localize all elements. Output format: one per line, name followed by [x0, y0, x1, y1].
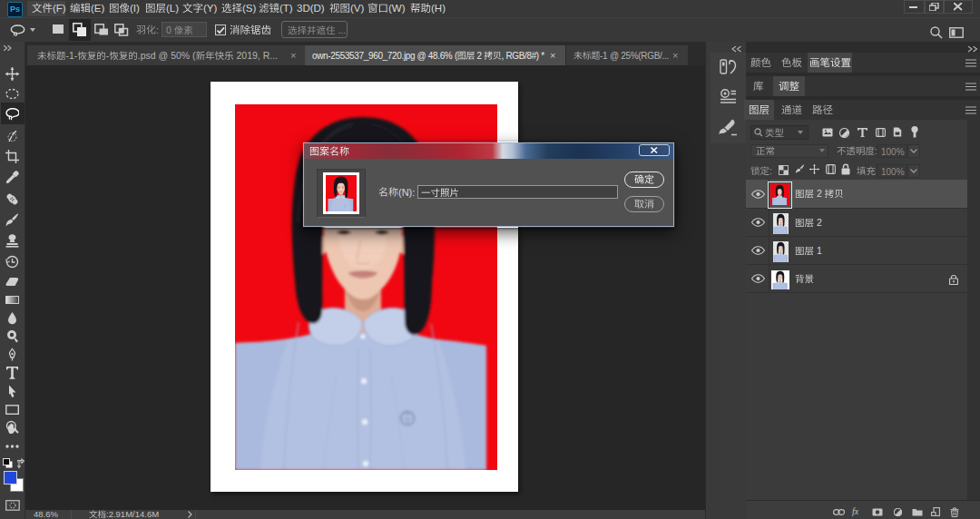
svg-text:(E): (E) — [91, 3, 105, 14]
svg-text:@: @ — [159, 50, 169, 61]
svg-text:(H): (H) — [431, 3, 446, 14]
svg-text:(: ( — [455, 51, 458, 61]
svg-text:0: 0 — [166, 24, 172, 35]
svg-text:(Y): (Y) — [203, 3, 218, 14]
svg-text:*: * — [541, 51, 544, 61]
svg-text:100%: 100% — [881, 146, 905, 156]
svg-text:×: × — [290, 50, 296, 61]
svg-text:R...: R... — [263, 50, 278, 61]
svg-text:-1: -1 — [600, 51, 608, 61]
svg-text:3D(D): 3D(D) — [297, 3, 325, 14]
svg-text:48.6%: 48.6% — [34, 509, 58, 519]
svg-text:50%: 50% — [171, 50, 190, 61]
svg-text:,: , — [502, 51, 504, 61]
svg-text:(N):: (N): — [398, 187, 415, 198]
svg-text::: : — [156, 24, 159, 35]
svg-text:own-2553537_960_720.jpg: own-2553537_960_720.jpg — [312, 51, 415, 61]
svg-text:(I): (I) — [130, 3, 140, 14]
svg-text:RGB/8#): RGB/8#) — [505, 51, 538, 61]
svg-text:fx: fx — [852, 506, 859, 516]
svg-text:48.6%: 48.6% — [428, 51, 453, 61]
svg-text:@: @ — [610, 51, 619, 61]
svg-text:×: × — [672, 50, 678, 61]
svg-text:1: 1 — [817, 245, 822, 256]
svg-text:(W): (W) — [388, 3, 406, 14]
svg-text::: : — [769, 165, 772, 176]
svg-text:-1-: -1- — [66, 50, 78, 61]
svg-text:(T): (T) — [279, 3, 293, 14]
svg-text:2: 2 — [817, 217, 822, 228]
svg-text:2: 2 — [477, 51, 483, 61]
svg-text:2019,: 2019, — [237, 50, 260, 61]
svg-text:(F): (F) — [53, 3, 66, 14]
svg-text:(V): (V) — [350, 3, 365, 14]
svg-text:-: - — [106, 50, 110, 61]
svg-text:100%: 100% — [881, 166, 905, 176]
svg-text:×: × — [550, 50, 555, 61]
svg-text:2: 2 — [817, 188, 822, 199]
svg-text:(: ( — [192, 50, 196, 61]
svg-text:@: @ — [417, 51, 426, 61]
svg-text:(L): (L) — [166, 3, 179, 14]
svg-text::2.91M/14.6M: :2.91M/14.6M — [106, 509, 159, 519]
svg-text:25%(RGB/...: 25%(RGB/... — [621, 51, 669, 61]
svg-text:(S): (S) — [242, 3, 257, 14]
svg-text:...: ... — [338, 24, 346, 35]
svg-text:.psd: .psd — [138, 50, 156, 61]
